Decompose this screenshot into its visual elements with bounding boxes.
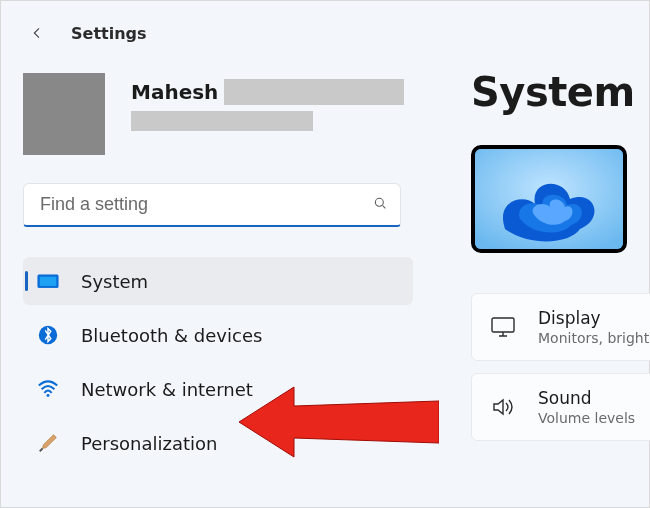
desktop-preview[interactable] (471, 145, 627, 253)
card-subtitle: Monitors, brightness (538, 330, 650, 346)
search-input[interactable] (38, 193, 372, 216)
sidebar-item-system[interactable]: System (23, 257, 413, 305)
user-block[interactable]: Mahesh (23, 73, 413, 155)
search-icon (372, 195, 388, 215)
svg-rect-6 (492, 318, 514, 332)
bluetooth-icon (37, 324, 59, 346)
speaker-icon (490, 397, 516, 417)
sidebar-nav: System Bluetooth & devices Network & int… (23, 257, 413, 467)
user-name: Mahesh (131, 80, 218, 104)
card-title: Display (538, 308, 650, 328)
card-subtitle: Volume levels (538, 410, 635, 426)
avatar (23, 73, 105, 155)
redacted-email (131, 111, 313, 131)
sidebar-item-personalization[interactable]: Personalization (23, 419, 413, 467)
svg-rect-2 (40, 276, 56, 285)
card-title: Sound (538, 388, 635, 408)
card-sound[interactable]: Sound Volume levels (471, 373, 650, 441)
monitor-outline-icon (490, 317, 516, 337)
sidebar-item-label: Bluetooth & devices (81, 325, 262, 346)
sidebar-item-label: Network & internet (81, 379, 253, 400)
sidebar-item-bluetooth[interactable]: Bluetooth & devices (23, 311, 413, 359)
wifi-icon (37, 378, 59, 400)
monitor-icon (37, 270, 59, 292)
page-title: System (471, 69, 650, 115)
sidebar-item-network[interactable]: Network & internet (23, 365, 413, 413)
app-title: Settings (71, 24, 147, 43)
redacted-name-rest (224, 79, 404, 105)
sidebar-item-label: Personalization (81, 433, 217, 454)
svg-point-4 (47, 394, 50, 397)
card-display[interactable]: Display Monitors, brightness (471, 293, 650, 361)
search-field[interactable] (23, 183, 401, 227)
svg-point-0 (375, 198, 383, 206)
sidebar-item-label: System (81, 271, 148, 292)
brush-icon (37, 432, 59, 454)
back-button[interactable] (23, 19, 51, 47)
